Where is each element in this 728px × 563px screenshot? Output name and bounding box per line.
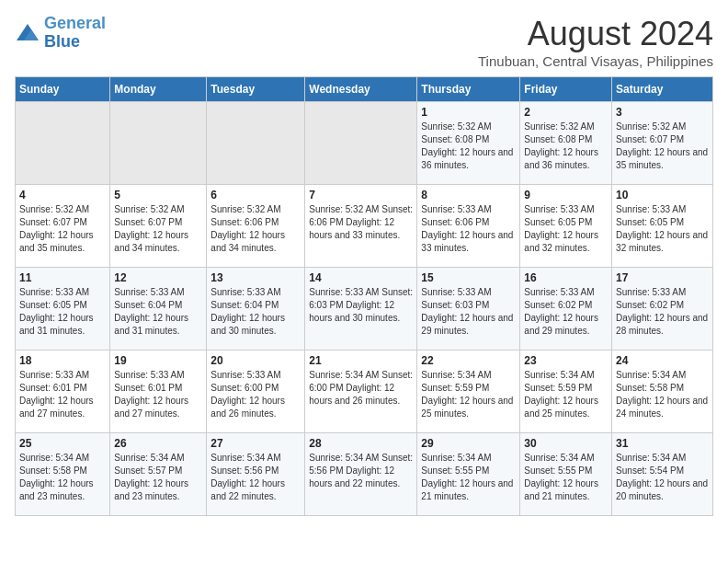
day-detail: Sunrise: 5:34 AM Sunset: 5:56 PM Dayligh… (210, 452, 301, 503)
day-detail: Sunrise: 5:32 AM Sunset: 6:07 PM Dayligh… (19, 203, 106, 255)
week-row-1: 4Sunrise: 5:32 AM Sunset: 6:07 PM Daylig… (16, 185, 713, 268)
day-number: 19 (114, 354, 202, 367)
col-header-thursday: Thursday (417, 77, 520, 102)
day-cell: 21Sunrise: 5:34 AM Sunset: 6:00 PM Dayli… (305, 350, 417, 433)
week-row-2: 11Sunrise: 5:33 AM Sunset: 6:05 PM Dayli… (16, 268, 713, 350)
day-number: 20 (210, 354, 301, 367)
day-number: 13 (210, 271, 301, 284)
day-cell: 5Sunrise: 5:32 AM Sunset: 6:07 PM Daylig… (110, 185, 207, 268)
day-cell: 12Sunrise: 5:33 AM Sunset: 6:04 PM Dayli… (110, 268, 207, 350)
logo-icon (15, 22, 40, 44)
col-header-saturday: Saturday (612, 77, 713, 102)
day-cell: 10Sunrise: 5:33 AM Sunset: 6:05 PM Dayli… (612, 185, 713, 268)
day-number: 28 (309, 437, 413, 450)
day-cell: 27Sunrise: 5:34 AM Sunset: 5:56 PM Dayli… (207, 433, 305, 516)
day-detail: Sunrise: 5:33 AM Sunset: 6:01 PM Dayligh… (19, 369, 106, 420)
day-detail: Sunrise: 5:34 AM Sunset: 5:54 PM Dayligh… (616, 452, 709, 503)
day-cell: 13Sunrise: 5:33 AM Sunset: 6:04 PM Dayli… (207, 268, 305, 350)
day-cell: 19Sunrise: 5:33 AM Sunset: 6:01 PM Dayli… (110, 350, 207, 433)
calendar-header-row: SundayMondayTuesdayWednesdayThursdayFrid… (16, 77, 713, 102)
day-cell: 18Sunrise: 5:33 AM Sunset: 6:01 PM Dayli… (16, 350, 110, 433)
day-number: 29 (421, 437, 516, 450)
day-cell: 6Sunrise: 5:32 AM Sunset: 6:06 PM Daylig… (207, 185, 305, 268)
day-number: 15 (421, 271, 516, 284)
day-detail: Sunrise: 5:32 AM Sunset: 6:07 PM Dayligh… (114, 203, 202, 255)
day-detail: Sunrise: 5:33 AM Sunset: 6:02 PM Dayligh… (616, 286, 709, 338)
day-detail: Sunrise: 5:34 AM Sunset: 5:55 PM Dayligh… (421, 452, 516, 503)
day-cell: 29Sunrise: 5:34 AM Sunset: 5:55 PM Dayli… (417, 433, 520, 516)
day-cell: 30Sunrise: 5:34 AM Sunset: 5:55 PM Dayli… (520, 433, 612, 516)
page-header: General Blue August 2024 Tinubuan, Centr… (15, 15, 713, 69)
day-detail: Sunrise: 5:34 AM Sunset: 6:00 PM Dayligh… (309, 369, 413, 408)
day-detail: Sunrise: 5:32 AM Sunset: 6:08 PM Dayligh… (524, 121, 608, 172)
day-cell: 14Sunrise: 5:33 AM Sunset: 6:03 PM Dayli… (305, 268, 417, 350)
day-cell: 9Sunrise: 5:33 AM Sunset: 6:05 PM Daylig… (520, 185, 612, 268)
day-detail: Sunrise: 5:33 AM Sunset: 6:02 PM Dayligh… (524, 286, 608, 338)
day-cell (305, 102, 417, 185)
day-number: 12 (114, 271, 202, 284)
day-detail: Sunrise: 5:33 AM Sunset: 6:05 PM Dayligh… (19, 286, 106, 338)
day-cell: 15Sunrise: 5:33 AM Sunset: 6:03 PM Dayli… (417, 268, 520, 350)
day-cell: 3Sunrise: 5:32 AM Sunset: 6:07 PM Daylig… (612, 102, 713, 185)
day-cell: 2Sunrise: 5:32 AM Sunset: 6:08 PM Daylig… (520, 102, 612, 185)
day-cell: 24Sunrise: 5:34 AM Sunset: 5:58 PM Dayli… (612, 350, 713, 433)
day-cell: 23Sunrise: 5:34 AM Sunset: 5:59 PM Dayli… (520, 350, 612, 433)
day-detail: Sunrise: 5:33 AM Sunset: 6:04 PM Dayligh… (210, 286, 301, 338)
day-number: 1 (421, 106, 516, 119)
day-cell: 20Sunrise: 5:33 AM Sunset: 6:00 PM Dayli… (207, 350, 305, 433)
title-block: August 2024 Tinubuan, Central Visayas, P… (478, 15, 713, 69)
day-detail: Sunrise: 5:32 AM Sunset: 6:06 PM Dayligh… (309, 203, 413, 242)
week-row-3: 18Sunrise: 5:33 AM Sunset: 6:01 PM Dayli… (16, 350, 713, 433)
col-header-friday: Friday (520, 77, 612, 102)
day-detail: Sunrise: 5:34 AM Sunset: 5:58 PM Dayligh… (616, 369, 709, 420)
day-cell: 7Sunrise: 5:32 AM Sunset: 6:06 PM Daylig… (305, 185, 417, 268)
day-detail: Sunrise: 5:33 AM Sunset: 6:03 PM Dayligh… (309, 286, 413, 325)
day-number: 7 (309, 189, 413, 201)
day-cell: 1Sunrise: 5:32 AM Sunset: 6:08 PM Daylig… (417, 102, 520, 185)
day-number: 17 (616, 271, 709, 284)
day-number: 5 (114, 189, 202, 201)
day-detail: Sunrise: 5:32 AM Sunset: 6:08 PM Dayligh… (421, 121, 516, 172)
day-detail: Sunrise: 5:34 AM Sunset: 5:55 PM Dayligh… (524, 452, 608, 503)
day-number: 14 (309, 271, 413, 284)
main-title: August 2024 (478, 15, 713, 53)
day-detail: Sunrise: 5:32 AM Sunset: 6:06 PM Dayligh… (210, 203, 301, 255)
day-cell: 8Sunrise: 5:33 AM Sunset: 6:06 PM Daylig… (417, 185, 520, 268)
day-cell: 22Sunrise: 5:34 AM Sunset: 5:59 PM Dayli… (417, 350, 520, 433)
day-number: 3 (616, 106, 709, 119)
week-row-0: 1Sunrise: 5:32 AM Sunset: 6:08 PM Daylig… (16, 102, 713, 185)
day-number: 18 (19, 354, 106, 367)
day-detail: Sunrise: 5:33 AM Sunset: 6:01 PM Dayligh… (114, 369, 202, 420)
day-number: 25 (19, 437, 106, 450)
day-number: 10 (616, 189, 709, 201)
day-detail: Sunrise: 5:33 AM Sunset: 6:05 PM Dayligh… (616, 203, 709, 255)
day-number: 4 (19, 189, 106, 201)
day-number: 21 (309, 354, 413, 367)
day-cell (16, 102, 110, 185)
day-number: 16 (524, 271, 608, 284)
day-detail: Sunrise: 5:34 AM Sunset: 5:59 PM Dayligh… (421, 369, 516, 420)
day-cell: 17Sunrise: 5:33 AM Sunset: 6:02 PM Dayli… (612, 268, 713, 350)
day-detail: Sunrise: 5:34 AM Sunset: 5:59 PM Dayligh… (524, 369, 608, 420)
day-number: 11 (19, 271, 106, 284)
day-detail: Sunrise: 5:34 AM Sunset: 5:57 PM Dayligh… (114, 452, 202, 503)
day-number: 9 (524, 189, 608, 201)
day-cell: 28Sunrise: 5:34 AM Sunset: 5:56 PM Dayli… (305, 433, 417, 516)
day-number: 27 (210, 437, 301, 450)
day-detail: Sunrise: 5:32 AM Sunset: 6:07 PM Dayligh… (616, 121, 709, 172)
day-detail: Sunrise: 5:34 AM Sunset: 5:56 PM Dayligh… (309, 452, 413, 490)
day-detail: Sunrise: 5:34 AM Sunset: 5:58 PM Dayligh… (19, 452, 106, 503)
day-number: 6 (210, 189, 301, 201)
logo: General Blue (15, 15, 106, 52)
col-header-wednesday: Wednesday (305, 77, 417, 102)
day-detail: Sunrise: 5:33 AM Sunset: 6:05 PM Dayligh… (524, 203, 608, 255)
subtitle: Tinubuan, Central Visayas, Philippines (478, 53, 713, 69)
day-cell: 26Sunrise: 5:34 AM Sunset: 5:57 PM Dayli… (110, 433, 207, 516)
day-number: 24 (616, 354, 709, 367)
day-number: 23 (524, 354, 608, 367)
day-number: 31 (616, 437, 709, 450)
day-number: 8 (421, 189, 516, 201)
day-cell: 31Sunrise: 5:34 AM Sunset: 5:54 PM Dayli… (612, 433, 713, 516)
day-cell: 11Sunrise: 5:33 AM Sunset: 6:05 PM Dayli… (16, 268, 110, 350)
day-number: 30 (524, 437, 608, 450)
